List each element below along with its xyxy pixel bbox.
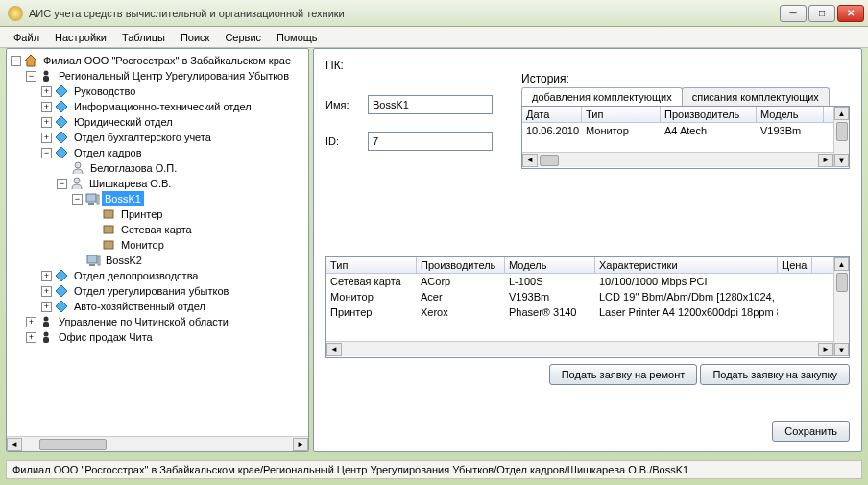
scroll-down-icon[interactable]: ▼ [834,343,849,356]
tree-label[interactable]: Филиал ООО "Росгосстрах" в Забайкальском… [40,53,294,68]
tree-label[interactable]: Принтер [118,206,165,222]
collapse-icon[interactable]: − [72,194,83,205]
expand-icon[interactable]: + [41,117,52,128]
tree-item[interactable]: Сетевая карта [9,222,306,237]
history-vscroll[interactable]: ▲ ▼ [833,107,849,167]
tree-item[interactable]: −Региональный Центр Урегулирования Убытк… [9,68,306,84]
column-header[interactable]: Производитель [417,257,505,273]
tree-label[interactable]: Руководство [71,84,138,99]
tree-item[interactable]: +Руководство [9,84,306,99]
close-button[interactable]: ✕ [837,5,864,22]
tree-body[interactable]: −Филиал ООО "Росгосстрах" в Забайкальско… [7,49,308,436]
collapse-icon[interactable]: − [26,71,36,82]
scroll-right-icon[interactable]: ► [293,438,308,451]
tree-item[interactable]: +Офис продаж Чита [9,329,306,345]
repair-request-button[interactable]: Подать заявку на ремонт [549,364,698,385]
tree-label[interactable]: Белоглазова О.П. [87,160,180,176]
tree-label[interactable]: Шишкарева О.В. [86,176,174,191]
tab-history-1[interactable]: списания комплектующих [682,87,830,106]
expand-icon[interactable]: + [41,86,52,97]
expand-icon[interactable]: + [26,332,36,343]
tree-label[interactable]: Офис продаж Чита [56,329,156,345]
tree-hscroll[interactable]: ◄ ► [7,436,308,451]
column-header[interactable]: Характеристики [595,257,778,273]
scroll-right-icon[interactable]: ► [818,343,833,356]
column-header[interactable]: Тип [582,107,661,122]
tree-item[interactable]: Принтер [9,206,306,222]
collapse-icon[interactable]: − [11,56,21,66]
column-header[interactable]: Модель [757,107,824,122]
id-input[interactable] [368,132,493,151]
tree-item[interactable]: +Отдел делопроизводства [9,268,306,283]
expand-icon[interactable]: + [41,286,52,297]
tree-label[interactable]: Отдел кадров [71,145,145,160]
tree-item[interactable]: +Авто-хозяйственный отдел [9,299,306,314]
purchase-request-button[interactable]: Подать заявку на закупку [700,364,850,385]
tree-label[interactable]: Отдел делопроизводства [71,268,201,283]
tree-label[interactable]: BossK1 [102,191,144,206]
tree-item[interactable]: Белоглазова О.П. [9,160,306,176]
scroll-left-icon[interactable]: ◄ [326,343,342,356]
save-button[interactable]: Сохранить [772,421,850,442]
name-input[interactable] [368,95,493,114]
scroll-left-icon[interactable]: ◄ [7,438,22,451]
tree-label[interactable]: Информационно-технический отдел [71,99,254,114]
history-hscroll-thumb[interactable] [540,155,559,166]
tree-label[interactable]: Региональный Центр Урегулирования Убытко… [56,68,292,84]
menu-таблицы[interactable]: Таблицы [114,29,173,46]
expand-icon[interactable]: + [41,102,52,112]
tab-history-0[interactable]: добавления комплектующих [521,87,683,106]
expand-icon[interactable]: + [41,133,52,143]
history-hscroll[interactable]: ◄ ► [522,152,833,167]
scroll-up-icon[interactable]: ▲ [834,107,849,120]
menu-настройки[interactable]: Настройки [47,29,114,46]
tree-label[interactable]: Отдел бухгалтерского учета [71,130,214,145]
tree-item[interactable]: −BossK1 [9,191,306,206]
table-row[interactable]: МониторAcerV193Bm LCD 19'' Bbm/Abm/Dbm [… [326,289,833,304]
tree-label[interactable]: Сетевая карта [118,222,195,237]
tree-label[interactable]: Монитор [118,237,167,253]
menu-сервис[interactable]: Сервис [217,29,269,46]
tree-item[interactable]: BossK2 [9,253,306,268]
tree-item[interactable]: −Филиал ООО "Росгосстрах" в Забайкальско… [9,53,306,68]
minimize-button[interactable]: ─ [780,5,807,22]
tree-hscroll-thumb[interactable] [39,439,107,450]
tree-item[interactable]: −Шишкарева О.В. [9,176,306,191]
menu-файл[interactable]: Файл [6,29,47,46]
expand-icon[interactable]: + [26,317,36,327]
collapse-icon[interactable]: − [41,148,52,158]
scroll-left-icon[interactable]: ◄ [522,154,538,167]
tree-label[interactable]: Авто-хозяйственный отдел [71,299,208,314]
maximize-button[interactable]: □ [808,5,835,22]
menu-помощь[interactable]: Помощь [269,29,326,46]
components-hscroll[interactable]: ◄ ► [326,341,833,356]
scroll-up-icon[interactable]: ▲ [834,257,849,271]
tree-item[interactable]: +Юридический отдел [9,114,306,130]
tree-label[interactable]: Юридический отдел [71,114,176,130]
expand-icon[interactable]: + [41,271,52,281]
column-header[interactable]: Тип [326,257,417,273]
components-vscroll-thumb[interactable] [836,273,848,292]
history-vscroll-thumb[interactable] [836,122,848,141]
tree-item[interactable]: +Отдел урегулирования убытков [9,283,306,299]
collapse-icon[interactable]: − [57,179,67,189]
column-header[interactable]: Модель [505,257,595,273]
tree-item[interactable]: +Отдел бухгалтерского учета [9,130,306,145]
scroll-down-icon[interactable]: ▼ [834,154,849,167]
tree-label[interactable]: BossK2 [103,253,145,268]
tree-item[interactable]: +Управление по Читинской области [9,314,306,329]
tree-label[interactable]: Отдел урегулирования убытков [71,283,231,299]
components-vscroll[interactable]: ▲ ▼ [833,257,849,356]
tree-item[interactable]: +Информационно-технический отдел [9,99,306,114]
table-row[interactable]: ПринтерXeroxPhaser® 3140 Laser Printer A… [326,304,833,320]
menu-поиск[interactable]: Поиск [173,29,217,46]
tree-label[interactable]: Управление по Читинской области [56,314,231,329]
column-header[interactable]: Цена [778,257,812,273]
scroll-right-icon[interactable]: ► [818,154,833,167]
table-row[interactable]: 10.06.2010МониторA4 AtechV193Bm [522,123,833,138]
table-row[interactable]: Сетевая картаACorpL-100S10/100/1000 Mbps… [326,274,833,289]
column-header[interactable]: Производитель [661,107,757,122]
tree-item[interactable]: −Отдел кадров [9,145,306,160]
tree-item[interactable]: Монитор [9,237,306,253]
expand-icon[interactable]: + [41,302,52,312]
